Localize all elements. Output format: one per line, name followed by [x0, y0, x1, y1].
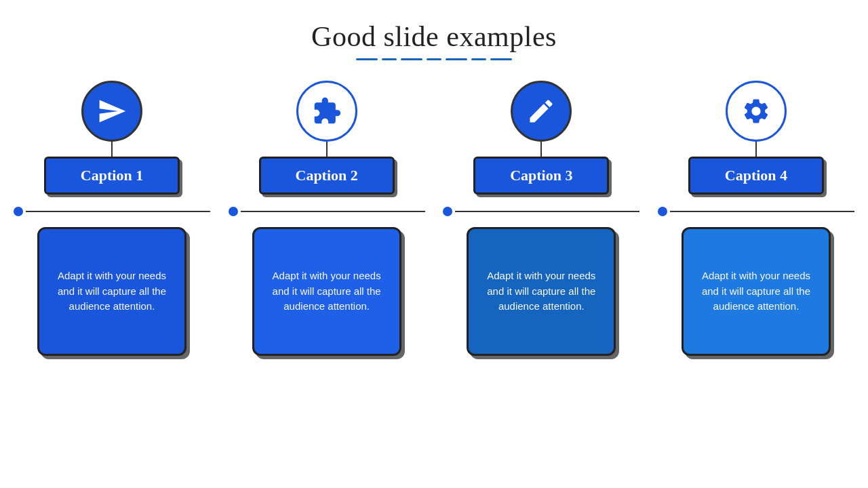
paper-plane-icon [97, 96, 127, 126]
gear-icon [741, 96, 771, 126]
hline-1 [26, 211, 210, 212]
card-body-1: Adapt it with your needs and it will cap… [50, 268, 174, 314]
divider-row-1 [14, 207, 210, 216]
divider-row-2 [229, 207, 425, 216]
icon-circle-4 [726, 81, 787, 142]
hline-4 [670, 211, 854, 212]
column-3: Caption 3 Adapt it with your needs and i… [443, 81, 639, 356]
dot-3 [443, 207, 452, 216]
column-4: Caption 4 Adapt it with your needs and i… [658, 81, 854, 356]
column-2: Caption 2 Adapt it with your needs and i… [229, 81, 425, 356]
text-card-2: Adapt it with your needs and it will cap… [252, 227, 401, 356]
dot-1 [14, 207, 23, 216]
page-title: Good slide examples [311, 20, 557, 53]
columns-container: Caption 1 Adapt it with your needs and i… [14, 81, 854, 356]
card-body-3: Adapt it with your needs and it will cap… [479, 268, 603, 314]
pencil-icon [526, 96, 556, 126]
icon-circle-2 [296, 81, 357, 142]
icon-circle-1 [81, 81, 142, 142]
connector-3 [540, 142, 542, 157]
text-card-4: Adapt it with your needs and it will cap… [682, 227, 831, 356]
caption-box-1: Caption 1 [44, 157, 180, 195]
column-1: Caption 1 Adapt it with your needs and i… [14, 81, 210, 356]
hline-3 [455, 211, 639, 212]
connector-2 [326, 142, 328, 157]
card-body-2: Adapt it with your needs and it will cap… [265, 268, 389, 314]
caption-box-4: Caption 4 [688, 157, 824, 195]
title-underline [356, 58, 512, 60]
divider-row-3 [443, 207, 639, 216]
text-card-1: Adapt it with your needs and it will cap… [37, 227, 186, 356]
puzzle-icon [312, 96, 342, 126]
connector-4 [755, 142, 757, 157]
divider-row-4 [658, 207, 854, 216]
card-body-4: Adapt it with your needs and it will cap… [694, 268, 818, 314]
caption-box-3: Caption 3 [473, 157, 609, 195]
dot-2 [229, 207, 238, 216]
caption-box-2: Caption 2 [259, 157, 395, 195]
connector-1 [111, 142, 113, 157]
icon-circle-3 [511, 81, 572, 142]
text-card-3: Adapt it with your needs and it will cap… [467, 227, 616, 356]
dot-4 [658, 207, 667, 216]
hline-2 [241, 211, 425, 212]
